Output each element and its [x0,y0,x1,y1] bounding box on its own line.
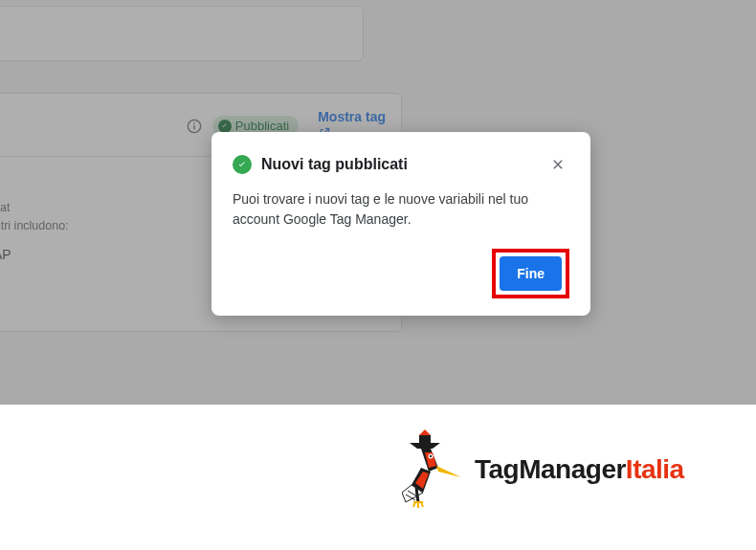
logo-text-black: TagManager [475,454,626,484]
close-button[interactable] [546,153,569,176]
highlight-annotation: Fine [492,249,569,298]
woodpecker-icon [402,426,469,514]
logo-text-red: Italia [626,454,684,484]
modal-title: Nuovi tag pubblicati [261,156,537,173]
success-check-icon [233,155,252,174]
modal-footer: Fine [233,249,569,298]
svg-rect-3 [419,435,431,445]
svg-point-5 [430,455,432,457]
success-modal: Nuovi tag pubblicati Puoi trovare i nuov… [211,132,590,316]
close-icon [550,157,566,172]
logo-text: TagManagerItalia [475,454,684,485]
modal-header: Nuovi tag pubblicati [233,153,569,176]
fine-button[interactable]: Fine [500,256,562,291]
brand-logo: TagManagerItalia [402,426,684,514]
modal-body: Puoi trovare i nuovi tag e le nuove vari… [233,189,569,230]
